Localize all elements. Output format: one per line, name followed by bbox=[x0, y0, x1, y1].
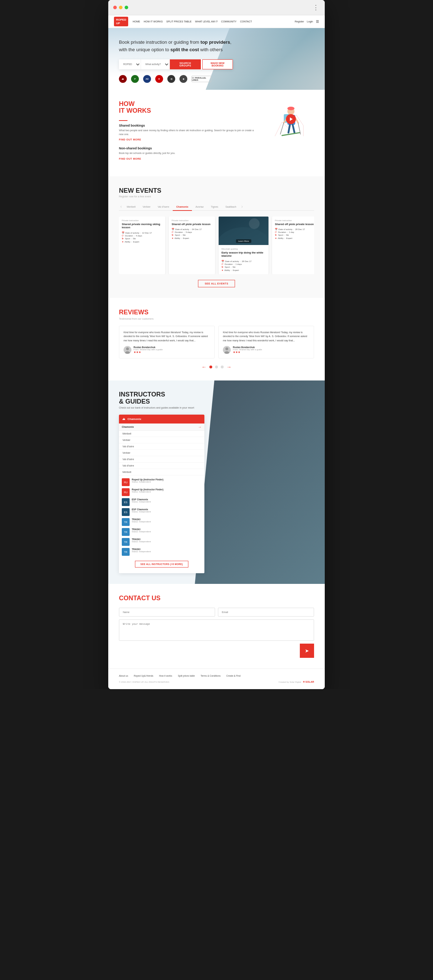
inst-name-3: ESF Chamonix bbox=[132, 508, 151, 511]
ability-icon: ★ bbox=[122, 240, 123, 243]
browser-menu[interactable]: ⋮ bbox=[313, 3, 320, 11]
inst-name-1: Roped Up (Instructor Finder) bbox=[132, 488, 163, 491]
contact-email-input[interactable] bbox=[218, 608, 314, 617]
resort-select[interactable]: ROPED bbox=[119, 59, 141, 69]
events-tabs: ‹ Meribell Verbier Val d'Isere Chamonix … bbox=[119, 204, 314, 211]
inst-type-2: Status: Independent bbox=[132, 501, 151, 503]
reviews-dot-2[interactable] bbox=[215, 366, 218, 368]
inst-info-3: ESF Chamonix Status: Independent bbox=[132, 508, 151, 516]
widget-loc-4[interactable]: Verbier bbox=[119, 450, 205, 456]
partner-logo-6: ◈ bbox=[179, 75, 187, 83]
activity-select[interactable]: What activity? bbox=[141, 59, 170, 69]
reviews-prev-arrow[interactable]: ← bbox=[201, 364, 206, 370]
inst-row-2: ES ESF Chamonix Status: Independent bbox=[122, 498, 201, 506]
reviews-next-arrow[interactable]: → bbox=[227, 364, 232, 370]
events-tab-next[interactable]: › bbox=[240, 204, 244, 209]
contact-submit-row: ➤ bbox=[119, 644, 314, 658]
svg-line-6 bbox=[288, 125, 290, 133]
shared-bookings-desc: What two people and save money by findin… bbox=[119, 129, 257, 136]
shared-bookings-title: Shared bookings bbox=[119, 124, 257, 127]
nav-register[interactable]: Register bbox=[295, 20, 304, 23]
contact-message-textarea[interactable] bbox=[119, 619, 314, 641]
footer-link-terms[interactable]: Terms & Conditions bbox=[200, 675, 220, 677]
widget-tab-arrow[interactable]: → bbox=[198, 425, 201, 429]
footer-link-split[interactable]: Split prices table bbox=[178, 675, 195, 677]
nav-level[interactable]: WHAT LEVEL AM I? bbox=[195, 20, 217, 23]
events-subtitle: Register now for a free event bbox=[119, 195, 314, 198]
inst-name-2: ESF Chamonix bbox=[132, 498, 151, 501]
widget-loc-1[interactable]: Méribell bbox=[119, 431, 205, 437]
footer-link-how[interactable]: How it works bbox=[159, 675, 173, 677]
footer-link-friends[interactable]: Roped Up& friends bbox=[134, 675, 153, 677]
see-all-events-button[interactable]: SEE ALL EVENTS bbox=[198, 280, 235, 287]
events-tab-prev[interactable]: ‹ bbox=[119, 204, 123, 209]
tab-chamonix[interactable]: Chamonix bbox=[173, 204, 192, 211]
footer-links: About us Roped Up& friends How it works … bbox=[119, 675, 314, 677]
reviews-grid: Kind time for everyone who loves Russian… bbox=[119, 326, 314, 358]
event-1-name: Shared private morning skiing lesson bbox=[122, 223, 162, 230]
widget-loc-6[interactable]: Val d'Isère bbox=[119, 463, 205, 469]
see-all-instructors-button[interactable]: SEE ALL INSTRUCTORS (+6 MORE) bbox=[135, 561, 188, 568]
widget-loc-3[interactable]: Val d'Isère bbox=[119, 444, 205, 450]
how-it-works-content: HOW IT WORKS Shared bookings What two pe… bbox=[119, 101, 314, 166]
contact-name-input[interactable] bbox=[119, 608, 215, 617]
svg-line-7 bbox=[293, 125, 294, 133]
footer-link-create[interactable]: Create & Find bbox=[227, 675, 241, 677]
tab-val-disere[interactable]: Val d'Isere bbox=[154, 204, 173, 211]
event-1-date-label: Date of activity bbox=[125, 232, 139, 234]
event-1-ability: ★ Ability: Expert bbox=[122, 240, 162, 243]
tab-verbier[interactable]: Verbier bbox=[139, 204, 154, 211]
inst-row-4: TR TRASKI Status: Independent bbox=[122, 518, 201, 526]
search-groups-button[interactable]: SEARCH GROUPS bbox=[170, 59, 201, 69]
partner-logo-5: ◎ bbox=[167, 75, 175, 83]
nonshared-bookings-item: Non-shared bookings Book top ski schools… bbox=[119, 146, 257, 160]
reviewer-1-name: Ruslan Bondarchuk bbox=[134, 346, 210, 348]
review-2-footer: Ruslan Bondarchuk From: Shared day with … bbox=[223, 346, 310, 354]
svg-point-13 bbox=[249, 218, 260, 229]
widget-loc-5[interactable]: Val d'Isère bbox=[119, 456, 205, 463]
calendar-icon: 📅 bbox=[122, 231, 124, 234]
reviews-dot-1[interactable] bbox=[209, 366, 212, 368]
tab-saalibach[interactable]: Saalibach bbox=[222, 204, 240, 211]
tab-avoriaz[interactable]: Avoriaz bbox=[192, 204, 207, 211]
contact-title: CONTACT US bbox=[119, 595, 314, 602]
nonshared-find-out-link[interactable]: FIND OUT MORE bbox=[119, 158, 257, 160]
nonshared-bookings-title: Non-shared bookings bbox=[119, 146, 257, 150]
inst-info-7: TRASKI Status: Independent bbox=[132, 548, 151, 556]
instructors-list-panel: RU Roped Up (Instructor Finder) Status: … bbox=[119, 476, 205, 573]
svg-line-8 bbox=[282, 133, 300, 135]
reviews-dot-3[interactable] bbox=[221, 366, 224, 368]
hamburger-icon[interactable]: ☰ bbox=[316, 19, 319, 24]
event-1-meta: 📅 Date of activity: 12 Dec 17 ⏱ Duration… bbox=[122, 231, 162, 243]
logo[interactable]: ROPED UP bbox=[114, 17, 128, 26]
make-booking-button[interactable]: MAKE NEW BOOKING bbox=[202, 59, 233, 69]
browser-dot-yellow bbox=[119, 6, 123, 9]
widget-loc-2[interactable]: Verbier bbox=[119, 437, 205, 444]
new-events-section: NEW EVENTS Register now for a free event… bbox=[108, 177, 325, 298]
nav-split-prices[interactable]: SPLIT PRICES TABLE bbox=[166, 20, 192, 23]
nav-login[interactable]: Login bbox=[307, 20, 313, 23]
inst-logo-3: ES bbox=[122, 508, 129, 516]
event-card-1-body: Private instruction Shared private morni… bbox=[119, 216, 165, 246]
reviewer-1-avatar bbox=[123, 346, 131, 354]
learn-more-badge[interactable]: Learn More bbox=[236, 239, 251, 243]
partner-logos: ⛰ P AD R ◎ ◈ ≡≡ PARALLEL LINES bbox=[119, 75, 314, 83]
tab-meribell[interactable]: Meribell bbox=[123, 204, 139, 211]
inst-logo-5: TR bbox=[122, 528, 129, 536]
widget-loc-7[interactable]: Méribell bbox=[119, 469, 205, 476]
contact-submit-button[interactable]: ➤ bbox=[300, 644, 314, 658]
shared-find-out-link[interactable]: FIND OUT MORE bbox=[119, 138, 257, 141]
nav-community[interactable]: COMMUNITY bbox=[221, 20, 236, 23]
tab-tignes[interactable]: Tignes bbox=[207, 204, 222, 211]
review-card-1: Kind time for everyone who loves Russian… bbox=[119, 326, 215, 358]
inst-row-1: RU Roped Up (Instructor Finder) Status: … bbox=[122, 488, 201, 496]
play-button[interactable] bbox=[286, 114, 296, 124]
footer-link-about[interactable]: About us bbox=[119, 675, 128, 677]
nav-how-it-works[interactable]: HOW IT WORKS bbox=[144, 20, 163, 23]
how-it-works-illustration bbox=[264, 101, 314, 147]
nav-home[interactable]: HOME bbox=[133, 20, 140, 23]
widget-header: ⛰ Chamonix bbox=[119, 415, 205, 423]
event-3-meta: 📅 Date of activity: 28 Dec 17 ⏱ Duration… bbox=[222, 260, 266, 271]
nav-contact[interactable]: CONTACT bbox=[240, 20, 252, 23]
inst-logo-1: RU bbox=[122, 488, 129, 496]
